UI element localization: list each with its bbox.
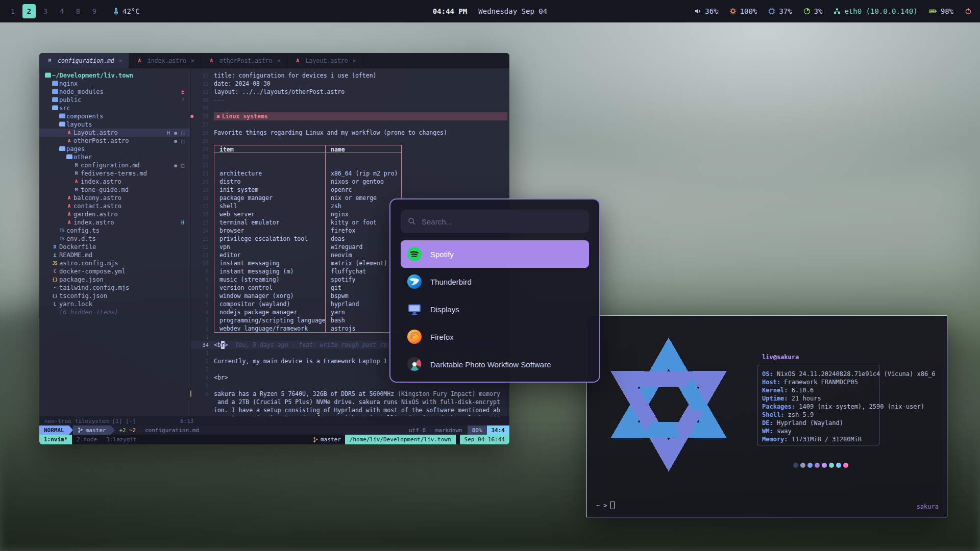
file-tree-item[interactable]: A contact.astro [39,202,190,210]
file-tree-item[interactable]: {} package.json [39,276,190,284]
file-tree-item[interactable]: (6 hidden items) [39,308,190,316]
file-tree-item[interactable]: other [39,153,190,161]
file-tree-item[interactable]: M fediverse-terms.md [39,169,190,178]
workspace-button[interactable]: 8 [71,4,85,18]
table-cell-item: architecture [214,169,325,178]
line-number: 12 [195,243,209,251]
tmux-window[interactable]: 1:nvim* [39,435,72,444]
file-tree-item[interactable]: M configuration.md ● □ [39,161,190,169]
file-icon: JS [51,261,59,266]
file-tree-item[interactable]: C docker-compose.yml [39,267,190,276]
filetype-icon: A [293,58,302,63]
line-number: 1 [195,349,209,357]
file-tree-item[interactable]: ~/Development/liv.town [39,71,190,80]
workspace-button[interactable]: 1 [6,4,19,18]
file-icon: {} [51,277,59,282]
file-tree-item[interactable]: A otherPost.astro ● □ [39,137,190,145]
line-number: 24 [195,145,209,153]
sign-column [190,80,195,88]
file-tree-item[interactable]: src [39,104,190,112]
file-tree-item[interactable]: M tone-guide.md [39,186,190,194]
file-icon: C [51,269,59,274]
file-tree-item[interactable]: TS env.d.ts [39,235,190,243]
displays-icon [407,302,422,317]
file-tree-item[interactable]: A garden.astro [39,210,190,218]
terminal-color-palette [793,463,848,468]
editor-tab[interactable]: A index.astro × [129,53,201,68]
launcher-item-displays[interactable]: Displays [401,295,589,323]
editor-tab[interactable]: M configuration.md × [39,53,129,68]
file-name: env.d.ts [66,235,96,242]
fetch-info-value: Framework FRANMDCP05 [780,379,858,386]
file-tree-item[interactable]: layouts [39,120,190,129]
mode-indicator: NORMAL [39,425,69,435]
line-number: 14 [195,227,209,235]
file-tree-item[interactable]: components [39,112,190,120]
line-number: 9 [195,267,209,276]
line-number: 11 [195,251,209,259]
status-bar: 1 2 3 4 8 9 42°C 04:44 PM Wednesday Sep … [0,0,980,22]
line-number [195,406,209,414]
file-icon: A [72,179,81,184]
sign-column [190,414,195,416]
tab-close-icon[interactable]: × [119,57,122,64]
filetype-icon: A [207,58,216,63]
file-tree-item[interactable]: A balcony.astro [39,194,190,202]
file-tree-item[interactable]: A index.astro [39,178,190,186]
workspace-button[interactable]: 3 [39,4,52,18]
shell-prompt[interactable]: ~ > [596,502,615,509]
file-icon: M [72,171,81,176]
palette-dot [800,463,805,468]
file-tree-item[interactable]: public ? [39,96,190,104]
launcher-item-thunderbird[interactable]: Thunderbird [401,268,589,295]
launcher-item-darktable[interactable]: Darktable Photo Workflow Software [401,350,589,378]
file-tree-item[interactable]: nginx [39,80,190,88]
buffer-line: 27 [190,120,509,129]
file-tree-item[interactable]: {} tsconfig.json [39,292,190,300]
launcher-item-spotify[interactable]: Spotify [401,240,589,268]
bufferline: M configuration.md × A index.astro × A o… [39,53,509,68]
line-number: 2 [195,357,209,365]
line-number: 13 [195,235,209,243]
tab-close-icon[interactable]: × [277,57,281,64]
file-tree-item[interactable]: node_modules E [39,88,190,96]
tab-close-icon[interactable]: × [353,57,356,64]
workspace-button[interactable]: 4 [55,4,68,18]
editor-tab[interactable]: A otherPost.astro × [201,53,287,68]
file-tree-item[interactable]: A index.astro H [39,218,190,227]
file-icon [65,155,74,159]
editor-tab[interactable]: A Layout.astro × [287,53,363,68]
file-tree-item[interactable]: i README.md [39,251,190,259]
fetch-info-lines: OS: NixOS 24.11.20240828.71e91c4 (Vicuna… [762,370,936,443]
power-widget[interactable] [965,8,972,15]
file-tree-item[interactable]: A Layout.astro H ● □ [39,129,190,137]
file-tree-item[interactable]: ~ tailwind.config.mjs [39,284,190,292]
file-tree-item[interactable]: JS astro.config.mjs [39,259,190,267]
launcher-search-box[interactable] [401,210,589,233]
search-input[interactable] [422,217,582,226]
tmux-window[interactable]: 3:lazygit [102,435,141,444]
power-icon[interactable] [965,8,972,15]
sign-column [190,218,195,227]
line-number: 27 [195,120,209,129]
file-name: src [59,105,70,112]
tmux-branch-name: master [321,436,341,443]
tmux-window[interactable]: 2:node [72,435,102,444]
launcher-item-firefox[interactable]: Firefox [401,323,589,350]
table-cell-item: instant messaging (m) [214,267,325,276]
sign-column [190,365,195,373]
sign-column [190,137,195,145]
file-tree-item[interactable]: D Dockerfile [39,243,190,251]
workspace-button[interactable]: 9 [88,4,101,18]
file-tree-item[interactable]: pages [39,145,190,153]
tab-label: otherPost.astro [219,57,273,64]
line-number: 2 [195,324,209,333]
file-tree-item[interactable]: L yarn.lock [39,300,190,308]
sign-column [190,202,195,210]
workspace-button[interactable]: 2 [22,4,36,18]
sign-column [190,349,195,357]
file-tree-item[interactable]: TS config.ts [39,227,190,235]
tmux-path: /home/liv/Development/liv.town [345,435,456,444]
buffer-line: 33 title: configuration for devices i us… [190,71,509,80]
tab-close-icon[interactable]: × [191,57,194,64]
